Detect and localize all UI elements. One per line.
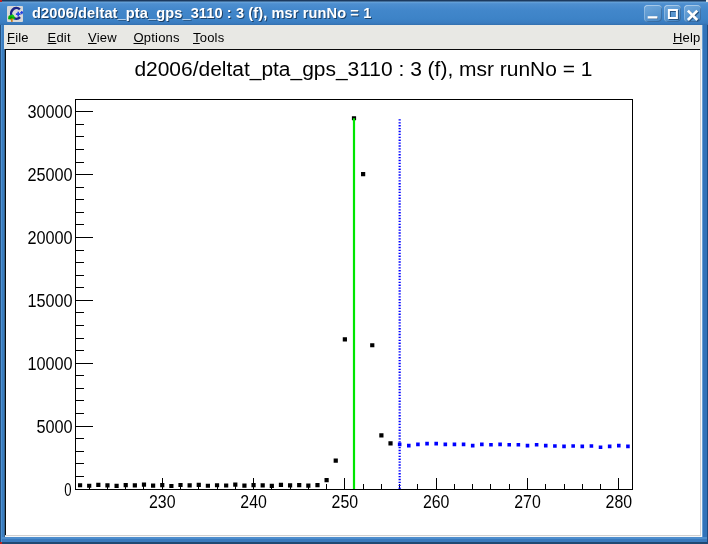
svg-text:25000: 25000 <box>27 164 72 185</box>
svg-text:15000: 15000 <box>27 290 72 311</box>
svg-text:d2006/deltat_pta_gps_3110 : 3: d2006/deltat_pta_gps_3110 : 3 (f), msr r… <box>134 58 592 81</box>
svg-text:250: 250 <box>332 491 359 512</box>
svg-text:240: 240 <box>240 491 267 512</box>
svg-text:270: 270 <box>514 491 541 512</box>
svg-text:280: 280 <box>606 491 633 512</box>
svg-text:230: 230 <box>149 491 176 512</box>
svg-text:10000: 10000 <box>27 353 72 374</box>
svg-text:260: 260 <box>423 491 450 512</box>
svg-text:30000: 30000 <box>27 101 72 122</box>
svg-text:0: 0 <box>64 479 71 500</box>
svg-text:5000: 5000 <box>36 416 72 437</box>
svg-text:20000: 20000 <box>27 227 72 248</box>
